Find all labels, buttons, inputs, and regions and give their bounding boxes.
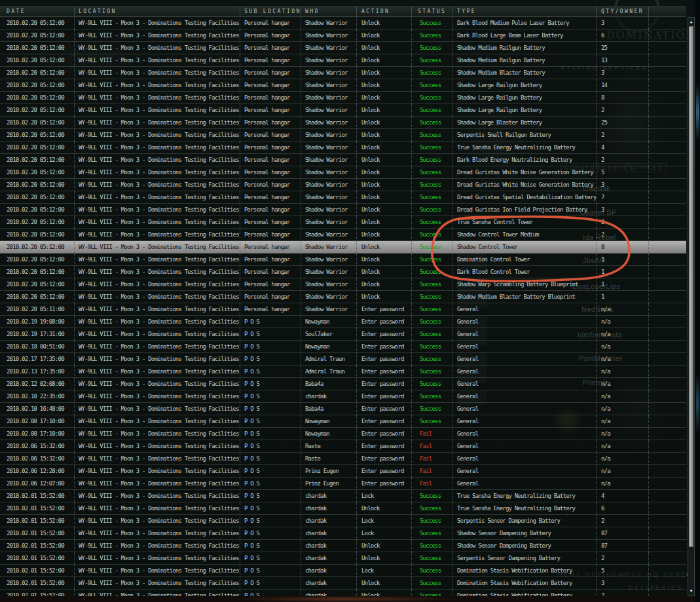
table-row[interactable]: 2010.02.06 15:32:00WY-9LL VIII - Moon 3 … <box>0 453 686 465</box>
cell-qty: 2 <box>596 515 648 527</box>
table-row[interactable]: 2010.02.20 05:12:00WY-9LL VIII - Moon 3 … <box>0 191 686 204</box>
cell-action: Unlock <box>356 590 411 596</box>
table-row[interactable]: 2010.02.20 05:12:00WY-9LL VIII - Moon 3 … <box>0 241 686 254</box>
cell-qty: 3 <box>596 17 648 29</box>
cell-type: Shadow Sensor Dampening Battery <box>452 527 596 539</box>
table-row[interactable]: 2010.02.20 05:12:00WY-9LL VIII - Moon 3 … <box>0 17 686 29</box>
table-row[interactable]: 2010.02.01 15:52:00WY-9LL VIII - Moon 3 … <box>0 515 686 527</box>
table-row[interactable]: 2010.02.19 17:31:00WY-9LL VIII - Moon 3 … <box>0 328 686 341</box>
table-row[interactable]: 2010.02.01 15:52:00WY-9LL VIII - Moon 3 … <box>0 540 686 552</box>
cell-status: Success <box>411 415 452 427</box>
cell-blank <box>648 92 686 103</box>
table-row[interactable]: 2010.02.20 05:12:00WY-9LL VIII - Moon 3 … <box>0 117 686 129</box>
table-row[interactable]: 2010.02.01 15:52:00WY-9LL VIII - Moon 3 … <box>0 552 686 565</box>
table-row[interactable]: 2010.02.20 05:12:00WY-9LL VIII - Moon 3 … <box>0 54 686 67</box>
cell-type: Serpentis Sensor Dampening Battery <box>452 515 596 527</box>
table-row[interactable]: 2010.02.12 02:08:00WY-9LL VIII - Moon 3 … <box>0 378 686 390</box>
cell-action: Unlock <box>356 141 411 153</box>
column-header-type[interactable]: TYPE <box>452 7 596 16</box>
scrollbar-thumb[interactable] <box>689 26 693 547</box>
table-row[interactable]: 2010.02.19 19:08:00WY-9LL VIII - Moon 3 … <box>0 316 686 328</box>
column-header-sub-location[interactable]: SUB LOCATION <box>240 7 301 16</box>
cell-date: 2010.02.20 05:12:00 <box>0 166 74 178</box>
table-row[interactable]: 2010.02.20 05:12:00WY-9LL VIII - Moon 3 … <box>0 42 686 54</box>
cell-blank <box>648 254 686 265</box>
cell-location: WY-9LL VIII - Moon 3 - Dominations Testi… <box>74 415 240 427</box>
table-row[interactable]: 2010.02.01 15:52:00WY-9LL VIII - Moon 3 … <box>0 527 686 540</box>
cell-action: Enter password <box>356 440 411 452</box>
table-row[interactable]: 2010.02.01 15:52:00WY-9LL VIII - Moon 3 … <box>0 490 686 502</box>
cell-date: 2010.02.13 17:35:00 <box>0 366 74 377</box>
table-row[interactable]: 2010.02.20 05:12:00WY-9LL VIII - Moon 3 … <box>0 79 686 92</box>
table-row[interactable]: 2010.02.18 00:51:00WY-9LL VIII - Moon 3 … <box>0 341 686 353</box>
cell-blank <box>648 316 686 328</box>
vertical-scrollbar[interactable]: ▲ ▼ <box>688 17 695 596</box>
table-row[interactable]: 2010.02.20 05:12:00WY-9LL VIII - Moon 3 … <box>0 291 686 303</box>
table-row[interactable]: 2010.02.01 15:52:00WY-9LL VIII - Moon 3 … <box>0 502 686 515</box>
column-header-status[interactable]: STATUS <box>411 7 452 16</box>
table-row[interactable]: 2010.02.06 12:28:00WY-9LL VIII - Moon 3 … <box>0 465 686 478</box>
table-row[interactable]: 2010.02.20 05:12:00WY-9LL VIII - Moon 3 … <box>0 229 686 241</box>
cell-location: WY-9LL VIII - Moon 3 - Dominations Testi… <box>74 316 240 328</box>
cell-type: General <box>452 453 596 464</box>
table-row[interactable]: 2010.02.20 05:11:00WY-9LL VIII - Moon 3 … <box>0 303 686 316</box>
cell-action: Unlock <box>356 577 411 589</box>
table-row[interactable]: 2010.02.20 05:12:00WY-9LL VIII - Moon 3 … <box>0 216 686 229</box>
column-header-qty-owner[interactable]: QTY/OWNER <box>596 7 648 16</box>
cell-type: True Sansha Energy Neutralizing Battery <box>452 490 596 502</box>
table-row[interactable]: 2010.02.06 15:32:00WY-9LL VIII - Moon 3 … <box>0 440 686 453</box>
cell-location: WY-9LL VIII - Moon 3 - Dominations Testi… <box>74 117 240 128</box>
table-row[interactable]: 2010.02.01 15:52:00WY-9LL VIII - Moon 3 … <box>0 590 686 596</box>
column-header-location[interactable]: LOCATION <box>74 7 240 16</box>
scroll-down-icon[interactable]: ▼ <box>688 587 694 595</box>
table-row[interactable]: 2010.02.20 05:12:00WY-9LL VIII - Moon 3 … <box>0 204 686 216</box>
cell-action: Enter password <box>356 341 411 352</box>
cell-action: Enter password <box>356 453 411 464</box>
table-row[interactable]: 2010.02.20 05:12:00WY-9LL VIII - Moon 3 … <box>0 254 686 266</box>
cell-sub-location: Personal hangar <box>240 191 301 203</box>
cell-blank <box>648 341 686 352</box>
table-row[interactable]: 2010.02.20 05:12:00WY-9LL VIII - Moon 3 … <box>0 129 686 141</box>
cell-status: Success <box>411 241 452 253</box>
column-header-who[interactable]: WHO <box>301 7 356 16</box>
table-row[interactable]: 2010.02.10 22:35:00WY-9LL VIII - Moon 3 … <box>0 390 686 403</box>
cell-blank <box>648 104 686 116</box>
table-row[interactable]: 2010.02.20 05:12:00WY-9LL VIII - Moon 3 … <box>0 67 686 79</box>
table-row[interactable]: 2010.02.08 17:10:00WY-9LL VIII - Moon 3 … <box>0 415 686 428</box>
cell-blank <box>648 117 686 128</box>
table-row[interactable]: 2010.02.08 17:10:00WY-9LL VIII - Moon 3 … <box>0 428 686 440</box>
cell-qty: 6 <box>596 502 648 514</box>
table-row[interactable]: 2010.02.20 05:12:00WY-9LL VIII - Moon 3 … <box>0 141 686 154</box>
table-row[interactable]: 2010.02.20 05:12:00WY-9LL VIII - Moon 3 … <box>0 29 686 42</box>
cell-location: WY-9LL VIII - Moon 3 - Dominations Testi… <box>74 241 240 253</box>
column-header-date[interactable]: DATE <box>0 7 74 16</box>
cell-blank <box>648 54 686 66</box>
cell-sub-location: Personal hangar <box>240 79 301 91</box>
table-row[interactable]: 2010.02.01 15:52:00WY-9LL VIII - Moon 3 … <box>0 577 686 590</box>
table-row[interactable]: 2010.02.10 16:48:00WY-9LL VIII - Moon 3 … <box>0 403 686 415</box>
cell-qty: 1 <box>596 266 648 278</box>
table-row[interactable]: 2010.02.13 17:35:00WY-9LL VIII - Moon 3 … <box>0 366 686 378</box>
table-row[interactable]: 2010.02.20 05:12:00WY-9LL VIII - Moon 3 … <box>0 104 686 117</box>
cell-status: Success <box>411 502 452 514</box>
cell-who: chardak <box>301 540 356 552</box>
background-art <box>236 596 452 602</box>
cell-date: 2010.02.20 05:12:00 <box>0 229 74 240</box>
scroll-up-icon[interactable]: ▲ <box>688 18 694 26</box>
cell-date: 2010.02.20 05:12:00 <box>0 254 74 265</box>
cell-sub-location: P O S <box>240 490 301 502</box>
table-row[interactable]: 2010.02.20 05:12:00WY-9LL VIII - Moon 3 … <box>0 266 686 278</box>
table-row[interactable]: 2010.02.20 05:12:00WY-9LL VIII - Moon 3 … <box>0 278 686 291</box>
table-row[interactable]: 2010.02.01 15:52:00WY-9LL VIII - Moon 3 … <box>0 565 686 577</box>
cell-who: chardak <box>301 590 356 596</box>
column-header-action[interactable]: ACTION <box>356 7 411 16</box>
cell-status: Fail <box>411 440 452 452</box>
cell-qty: n/a <box>596 428 648 440</box>
table-row[interactable]: 2010.02.06 12:07:00WY-9LL VIII - Moon 3 … <box>0 478 686 490</box>
table-row[interactable]: 2010.02.20 05:12:00WY-9LL VIII - Moon 3 … <box>0 92 686 104</box>
table-row[interactable]: 2010.02.20 05:12:00WY-9LL VIII - Moon 3 … <box>0 179 686 191</box>
table-row[interactable]: 2010.02.20 05:12:00WY-9LL VIII - Moon 3 … <box>0 166 686 179</box>
cell-sub-location: P O S <box>240 502 301 514</box>
table-row[interactable]: 2010.02.20 05:12:00WY-9LL VIII - Moon 3 … <box>0 154 686 166</box>
table-row[interactable]: 2010.02.17 17:35:00WY-9LL VIII - Moon 3 … <box>0 353 686 366</box>
